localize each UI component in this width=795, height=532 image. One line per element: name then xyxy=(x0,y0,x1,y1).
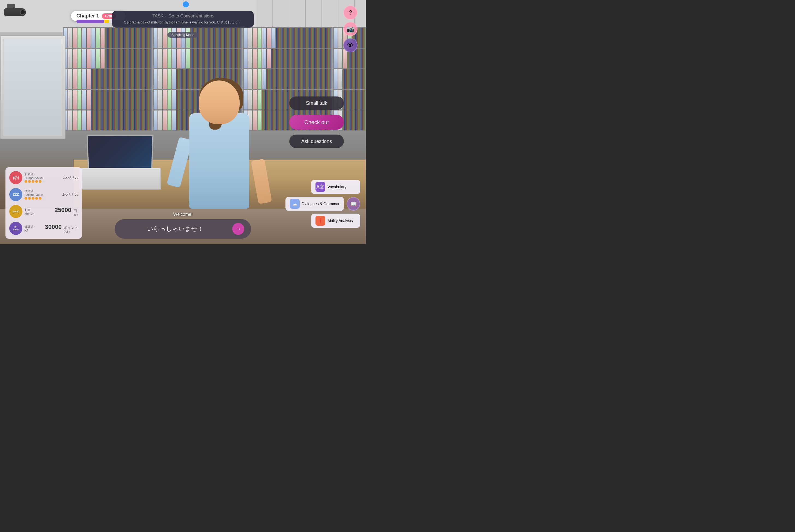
hunger-kana: あいうえお xyxy=(63,176,78,180)
game-background: Chapter 1 +700 TASK: Go to Convenient st… xyxy=(0,0,366,244)
dialogues-icon: ☁ xyxy=(290,199,300,209)
hunger-label: 飢餓値 xyxy=(24,172,61,176)
xp-icon: XP30000 xyxy=(9,222,22,235)
task-description: Go grab a box of milk for Kiyo-chan! She… xyxy=(119,20,247,25)
money-icon: 25000 xyxy=(9,205,22,218)
chapter-label: Chapter 1 xyxy=(76,13,99,19)
dialogues-label: Dialogues & Grammar xyxy=(302,202,340,206)
task-title: TASK: Go to Convenient store xyxy=(119,14,247,19)
learning-panel: A文 Vocabulary ☁ Dialogues & Grammar 📖 ❗ … xyxy=(285,180,361,228)
security-camera xyxy=(4,4,31,18)
photo-icon-button[interactable]: 📷 xyxy=(343,22,358,36)
task-box: TASK: Go to Convenient store Go grab a b… xyxy=(112,11,254,27)
progress-fill-purple xyxy=(76,20,104,23)
hunger-icon: 🍽 xyxy=(9,171,22,184)
money-unit: 円 Yen xyxy=(73,208,78,216)
dialogues-grammar-button[interactable]: ☁ Dialogues & Grammar xyxy=(285,197,344,211)
stats-panel: 🍽 飢餓値 Hunger Value あいうえお ZZZ 疲労値 F xyxy=(5,167,82,239)
xp-label: 経験値 xyxy=(24,225,43,229)
vocabulary-button[interactable]: A文 Vocabulary xyxy=(311,180,360,194)
fatigue-stat-row: ZZZ 疲労値 Fatigue Value あいうえ お xyxy=(8,187,79,202)
display-case xyxy=(0,36,65,139)
speaking-mode-badge: Speaking Mode xyxy=(167,32,198,38)
dialogue-input-box: いらっしゃいませ！ → xyxy=(115,219,251,239)
ability-label: Ability Analysis xyxy=(327,218,353,223)
help-icon-button[interactable]: ? xyxy=(343,5,358,20)
progress-fill-yellow xyxy=(104,20,109,23)
fatigue-dots xyxy=(24,197,60,200)
dialogue-japanese-text: いらっしゃいませ！ xyxy=(121,225,229,233)
blue-dot-indicator xyxy=(183,1,189,7)
money-stat-row: 25000 お金 Money 25000 円 Yen xyxy=(8,204,79,219)
top-right-icons-panel: ? 📷 👁 xyxy=(343,5,358,52)
xp-stat-row: XP30000 経験値 XP 30000 ポイント Point xyxy=(8,221,79,236)
dialogue-area: Welcome! いらっしゃいませ！ → xyxy=(115,212,251,239)
hunger-sublabel: Hunger Value xyxy=(24,176,61,179)
cash-register xyxy=(79,135,172,190)
welcome-english-text: Welcome! xyxy=(115,212,251,217)
eye-icon-button[interactable]: 👁 xyxy=(343,38,358,52)
fatigue-label: 疲労値 xyxy=(24,189,60,193)
money-sublabel: Money xyxy=(24,212,52,215)
xp-unit: ポイント Point xyxy=(64,225,78,233)
ability-icon: ❗ xyxy=(316,216,325,226)
hunger-dots xyxy=(24,180,61,183)
book-icon-button[interactable]: 📖 xyxy=(346,197,360,211)
check-out-button[interactable]: Check out xyxy=(289,115,344,130)
xp-sublabel: XP xyxy=(24,229,43,232)
xp-value: 30000 xyxy=(45,224,62,230)
ask-questions-button[interactable]: Ask questions xyxy=(289,134,344,148)
money-value: 25000 xyxy=(55,207,71,214)
ability-analysis-button[interactable]: ❗ Ability Analysis xyxy=(311,214,360,228)
small-talk-button[interactable]: Small talk xyxy=(289,96,344,110)
vocabulary-icon: A文 xyxy=(316,182,325,192)
fatigue-sublabel: Fatigue Value xyxy=(24,193,60,196)
store-clerk-character xyxy=(167,78,271,209)
money-label: お金 xyxy=(24,208,52,212)
fatigue-kana: あいうえ お xyxy=(62,193,78,197)
vocabulary-label: Vocabulary xyxy=(327,185,346,189)
hunger-stat-row: 🍽 飢餓値 Hunger Value あいうえお xyxy=(8,170,79,185)
dialogue-submit-button[interactable]: → xyxy=(232,223,244,235)
fatigue-icon: ZZZ xyxy=(9,188,22,201)
dialogue-options-panel: Small talk Check out Ask questions xyxy=(289,96,344,148)
